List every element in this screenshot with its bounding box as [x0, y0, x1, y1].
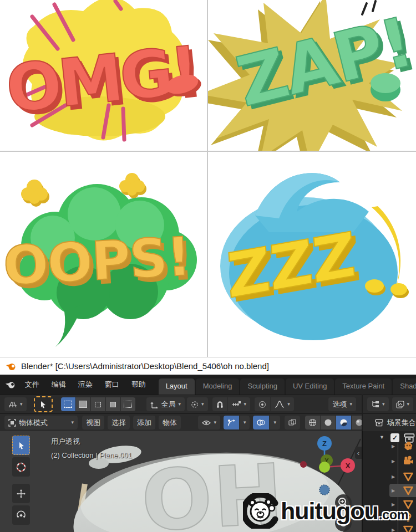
- visibility-dropdown[interactable]: ▾: [198, 416, 220, 429]
- menu-help[interactable]: 帮助: [125, 380, 152, 390]
- omg-art: OMG! OMG!: [0, 0, 207, 151]
- options-dropdown[interactable]: 选项 ▾: [328, 397, 356, 411]
- outliner-header: ▾ ▾: [363, 395, 416, 413]
- orientation-axes-icon: [150, 401, 159, 408]
- menu-edit[interactable]: 编辑: [45, 380, 72, 390]
- outliner-row-mesh-blob[interactable]: ▶: [363, 439, 416, 453]
- scene-collection-header[interactable]: 场景集合: [363, 413, 416, 431]
- shading-material-button[interactable]: [336, 416, 351, 429]
- select-mode-subtract[interactable]: [91, 397, 105, 411]
- camera-icon: [403, 456, 414, 467]
- select-mode-new[interactable]: [61, 397, 75, 411]
- menu-add[interactable]: 添加: [133, 416, 155, 429]
- select-mode-invert[interactable]: [106, 397, 120, 411]
- axis-x-label: X: [346, 462, 351, 470]
- shading-rendered-button[interactable]: [352, 416, 362, 429]
- outliner-filter-dropdown[interactable]: ▾: [392, 397, 414, 411]
- falloff-dropdown[interactable]: ▾: [271, 397, 294, 411]
- gizmo-dropdown[interactable]: ▾: [240, 416, 250, 429]
- object-mode-icon: [8, 419, 16, 427]
- tool-select-box[interactable]: [12, 436, 30, 455]
- pivot-icon: [191, 401, 199, 408]
- active-tool-button[interactable]: [34, 396, 53, 412]
- eye-icon: [202, 420, 211, 426]
- snap-toggle-button[interactable]: [212, 397, 227, 411]
- outliner-row-camera[interactable]: ▶: [363, 454, 416, 468]
- sticker-zzz: ZZZ ZZZ: [208, 152, 416, 357]
- proportional-icon: [258, 401, 266, 408]
- snap-target-dropdown[interactable]: ▾: [228, 397, 251, 411]
- grid-divider-horizontal: [0, 151, 416, 152]
- falloff-curve-icon: [275, 401, 285, 408]
- blender-menu-logo-icon[interactable]: [5, 380, 16, 389]
- move-tool-icon: [16, 489, 26, 499]
- shading-solid-button[interactable]: [321, 416, 336, 429]
- viewport-header: 物体模式 ▾ 视图 选择 添加 物体 ▾: [0, 413, 362, 431]
- gizmo-group: ▾: [224, 416, 250, 429]
- tab-uv-editing[interactable]: UV Editing: [286, 378, 334, 395]
- oops-art: OOPS! OOPS!: [0, 152, 207, 357]
- watermark-brand: huitugou: [281, 498, 378, 525]
- menu-select[interactable]: 选择: [108, 416, 130, 429]
- grid-divider-vertical: [207, 0, 208, 357]
- tab-modeling[interactable]: Modeling: [196, 378, 240, 395]
- menu-object[interactable]: 物体: [159, 416, 181, 429]
- tool-settings-bar: ▾ 全局 ▾: [0, 395, 362, 413]
- blender-app: 文件 编辑 渲染 窗口 帮助 Layout Modeling Sculpting…: [0, 375, 416, 532]
- tool-rotate[interactable]: [12, 505, 30, 525]
- select-mode-extend[interactable]: [76, 397, 90, 411]
- active-object-label: (2) Collection | Plane.001: [51, 451, 132, 459]
- tab-layout[interactable]: Layout: [159, 378, 195, 395]
- magnet-icon: [216, 401, 224, 408]
- snapping-group: ▾: [212, 397, 251, 411]
- rendered-icon: [355, 418, 362, 427]
- outliner-display-mode-dropdown[interactable]: ▾: [367, 397, 389, 411]
- overlays-dropdown[interactable]: ▾: [270, 416, 280, 429]
- viewport-editor-icon: [8, 401, 17, 408]
- oops-text: OOPS!: [2, 226, 191, 297]
- transform-orientation-dropdown[interactable]: 全局 ▾: [146, 397, 185, 411]
- select-tool-icon: [18, 442, 25, 449]
- mode-dropdown[interactable]: 物体模式 ▾: [4, 416, 78, 429]
- watermark-tld: .com: [379, 508, 409, 523]
- sticker-zap: ZAP! ZAP!: [208, 0, 416, 151]
- menu-file[interactable]: 文件: [19, 380, 45, 390]
- menu-view[interactable]: 视图: [82, 416, 104, 429]
- window-title: Blender* [C:\Users\Administrator\Desktop…: [21, 361, 269, 371]
- tab-texture-paint[interactable]: Texture Paint: [335, 378, 392, 395]
- tool-move[interactable]: [12, 484, 30, 503]
- axis-neg-x-ball[interactable]: [300, 461, 307, 468]
- xray-icon: [288, 419, 296, 426]
- workspace: OH 用户透视 (2) Collection | Plane.001: [0, 431, 416, 532]
- tab-sculpting[interactable]: Sculpting: [240, 378, 284, 395]
- zzz-art: ZZZ ZZZ: [208, 152, 416, 357]
- menu-render[interactable]: 渲染: [72, 380, 99, 390]
- shading-wireframe-button[interactable]: [305, 416, 320, 429]
- cursor-tool-icon: [16, 462, 27, 473]
- orientation-label: 全局: [161, 400, 176, 410]
- filter-image-icon: [396, 401, 404, 408]
- sticker-omg: OMG! OMG!: [0, 0, 207, 151]
- zap-art: ZAP! ZAP!: [208, 0, 416, 151]
- wireframe-icon: [308, 418, 317, 427]
- mesh-blob-icon: [403, 441, 414, 452]
- top-menu-bar: 文件 编辑 渲染 窗口 帮助 Layout Modeling Sculpting…: [0, 375, 416, 395]
- proportional-toggle-button[interactable]: [255, 397, 270, 411]
- snap-increment-icon: [232, 401, 241, 408]
- outliner-tree-icon: [371, 401, 379, 408]
- tab-shading[interactable]: Shading: [393, 378, 416, 395]
- show-gizmo-toggle[interactable]: [224, 416, 239, 429]
- tool-cursor[interactable]: [12, 457, 30, 477]
- menu-window[interactable]: 窗口: [99, 380, 125, 390]
- axis-pos-y-ball[interactable]: [319, 462, 330, 473]
- sticker-oops: OOPS! OOPS!: [0, 152, 207, 357]
- editor-type-button[interactable]: ▾: [4, 397, 27, 411]
- watermark: huitugou .com: [243, 493, 409, 529]
- pivot-point-dropdown[interactable]: ▾: [187, 397, 208, 411]
- show-overlays-toggle[interactable]: [253, 416, 269, 429]
- select-mode-intersect[interactable]: [121, 397, 135, 411]
- screenshot-root: OMG! OMG! ZAP! ZAP!: [0, 0, 416, 532]
- outliner-row-mesh-1[interactable]: ▶: [363, 470, 416, 483]
- bear-c-logo-icon: [243, 493, 278, 529]
- xray-toggle[interactable]: [285, 416, 300, 429]
